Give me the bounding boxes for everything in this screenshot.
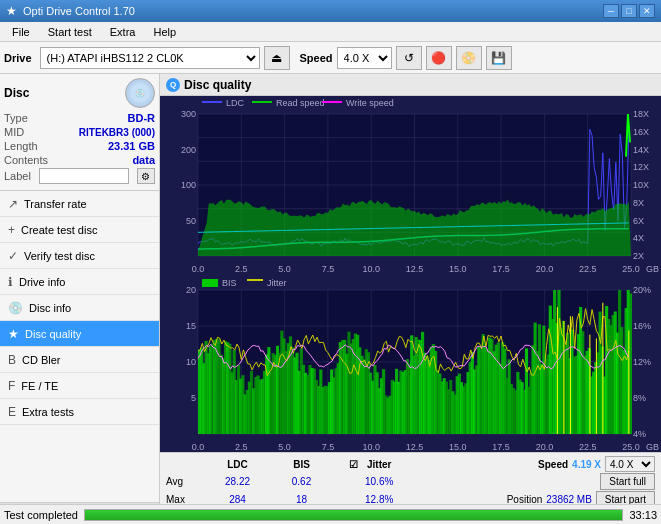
sidebar-item-transfer-rate-label: Transfer rate	[24, 198, 87, 210]
sidebar-item-fe-te-label: FE / TE	[21, 380, 58, 392]
avg-jitter: 10.6%	[365, 476, 393, 487]
sidebar-item-drive-info-label: Drive info	[19, 276, 65, 288]
disc-type-value: BD-R	[128, 112, 156, 124]
eject-button[interactable]: ⏏	[264, 46, 290, 70]
speed-area: Speed 4.19 X 4.0 X 2.0 X 6.0 X	[538, 456, 655, 472]
disc-length-row: Length 23.31 GB	[4, 140, 155, 152]
bis-header: BIS	[274, 459, 329, 470]
avg-ldc: 28.22	[205, 476, 270, 487]
sidebar-item-disc-info[interactable]: 💿 Disc info	[0, 295, 159, 321]
status-text: Test completed	[4, 509, 78, 521]
app-icon: ★	[6, 4, 17, 18]
progress-bar-container	[84, 509, 623, 521]
progress-time: 33:13	[629, 509, 657, 521]
titlebar: ★ Opti Drive Control 1.70 ─ □ ✕	[0, 0, 661, 22]
sidebar: Disc 💿 Type BD-R MID RITEKBR3 (000) Leng…	[0, 74, 160, 524]
sidebar-item-extra-tests[interactable]: E Extra tests	[0, 399, 159, 425]
disc-info-header: Disc 💿	[4, 78, 155, 108]
app-title: Opti Drive Control 1.70	[23, 5, 135, 17]
sidebar-item-drive-info[interactable]: ℹ Drive info	[0, 269, 159, 295]
disc-label-row: Label ⚙	[4, 168, 155, 184]
avg-right: Start full	[600, 473, 655, 490]
disc-info-panel: Disc 💿 Type BD-R MID RITEKBR3 (000) Leng…	[0, 74, 159, 191]
stats-avg-row: Avg 28.22 0.62 10.6% Start full	[166, 473, 655, 490]
fe-te-icon: F	[8, 379, 15, 393]
disc-type-row: Type BD-R	[4, 112, 155, 124]
menu-help[interactable]: Help	[145, 24, 184, 40]
cd-bler-icon: B	[8, 353, 16, 367]
toolbar-btn-3[interactable]: 📀	[456, 46, 482, 70]
sidebar-item-extra-tests-label: Extra tests	[22, 406, 74, 418]
speed-select[interactable]: 4.0 X 2.0 X 6.0 X 8.0 X	[337, 47, 392, 69]
sidebar-item-create-test-disc[interactable]: + Create test disc	[0, 217, 159, 243]
titlebar-controls: ─ □ ✕	[603, 4, 655, 18]
create-test-disc-icon: +	[8, 223, 15, 237]
disc-quality-header: Q Disc quality	[160, 74, 661, 96]
close-button[interactable]: ✕	[639, 4, 655, 18]
verify-test-disc-icon: ✓	[8, 249, 18, 263]
drive-info-icon: ℹ	[8, 275, 13, 289]
main-layout: Disc 💿 Type BD-R MID RITEKBR3 (000) Leng…	[0, 74, 661, 524]
sidebar-item-verify-test-disc-label: Verify test disc	[24, 250, 95, 262]
maximize-button[interactable]: □	[621, 4, 637, 18]
content-panel: Q Disc quality LDC BIS ☑ Jitter Speed 4.…	[160, 74, 661, 524]
refresh-button[interactable]: ↺	[396, 46, 422, 70]
avg-bis: 0.62	[274, 476, 329, 487]
charts-container	[160, 96, 661, 452]
progress-bar-fill	[85, 510, 622, 520]
transfer-rate-icon: ↗	[8, 197, 18, 211]
sidebar-item-disc-quality-label: Disc quality	[25, 328, 81, 340]
disc-contents-value: data	[132, 154, 155, 166]
disc-type-label: Type	[4, 112, 28, 124]
sidebar-item-disc-info-label: Disc info	[29, 302, 71, 314]
sidebar-item-cd-bler[interactable]: B CD Bler	[0, 347, 159, 373]
menu-file[interactable]: File	[4, 24, 38, 40]
disc-label-label: Label	[4, 170, 31, 182]
sidebar-item-cd-bler-label: CD Bler	[22, 354, 61, 366]
disc-contents-label: Contents	[4, 154, 48, 166]
stats-headers-row: LDC BIS ☑ Jitter Speed 4.19 X 4.0 X 2.0 …	[166, 456, 655, 472]
disc-length-value: 23.31 GB	[108, 140, 155, 152]
disc-mid-row: MID RITEKBR3 (000)	[4, 126, 155, 138]
toolbar-btn-4[interactable]: 💾	[486, 46, 512, 70]
minimize-button[interactable]: ─	[603, 4, 619, 18]
disc-label-input[interactable]	[39, 168, 129, 184]
nav-items: ↗ Transfer rate + Create test disc ✓ Ver…	[0, 191, 159, 502]
disc-quality-title: Disc quality	[184, 78, 251, 92]
disc-length-label: Length	[4, 140, 38, 152]
drive-toolbar: Drive (H:) ATAPI iHBS112 2 CL0K ⏏ Speed …	[0, 42, 661, 74]
disc-info-icon: 💿	[8, 301, 23, 315]
sidebar-item-fe-te[interactable]: F FE / TE	[0, 373, 159, 399]
start-full-button[interactable]: Start full	[600, 473, 655, 490]
jitter-check-display: ☑	[349, 459, 363, 470]
drive-label: Drive	[4, 52, 32, 64]
speed-header: Speed	[538, 459, 568, 470]
sidebar-item-transfer-rate[interactable]: ↗ Transfer rate	[0, 191, 159, 217]
progress-section: Test completed 33:13	[0, 504, 661, 524]
chart-top-canvas	[160, 96, 661, 274]
sidebar-item-verify-test-disc[interactable]: ✓ Verify test disc	[0, 243, 159, 269]
disc-mid-value: RITEKBR3 (000)	[79, 127, 155, 138]
disc-quality-icon: ★	[8, 327, 19, 341]
drive-select[interactable]: (H:) ATAPI iHBS112 2 CL0K	[40, 47, 260, 69]
chart-bottom-canvas	[160, 274, 661, 452]
menubar: File Start test Extra Help	[0, 22, 661, 42]
speed-value: 4.19 X	[572, 459, 601, 470]
sidebar-item-disc-quality[interactable]: ★ Disc quality	[0, 321, 159, 347]
titlebar-left: ★ Opti Drive Control 1.70	[6, 4, 135, 18]
menu-start-test[interactable]: Start test	[40, 24, 100, 40]
extra-tests-icon: E	[8, 405, 16, 419]
ldc-header: LDC	[205, 459, 270, 470]
disc-quality-header-icon: Q	[166, 78, 180, 92]
disc-contents-row: Contents data	[4, 154, 155, 166]
disc-mid-label: MID	[4, 126, 24, 138]
menu-extra[interactable]: Extra	[102, 24, 144, 40]
disc-icon: 💿	[125, 78, 155, 108]
speed-display-select[interactable]: 4.0 X 2.0 X 6.0 X	[605, 456, 655, 472]
sidebar-item-create-test-disc-label: Create test disc	[21, 224, 97, 236]
speed-label: Speed	[300, 52, 333, 64]
disc-section-label: Disc	[4, 86, 29, 100]
toolbar-btn-2[interactable]: 🔴	[426, 46, 452, 70]
disc-label-button[interactable]: ⚙	[137, 168, 155, 184]
jitter-header: Jitter	[367, 459, 391, 470]
